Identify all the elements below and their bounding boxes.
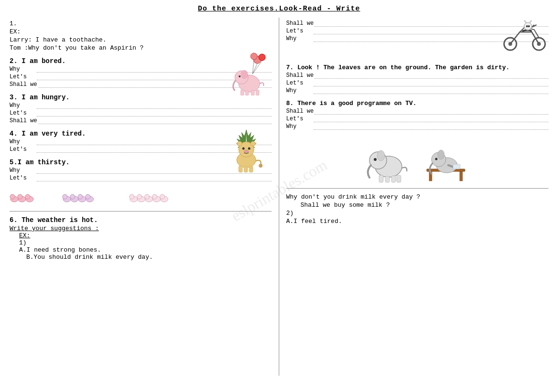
ex8-shall-line: Shall we	[286, 108, 549, 115]
ex3-lets-line: Let's	[10, 110, 272, 117]
elephant-desk-img	[422, 136, 470, 183]
ex7-lets-line: Let's	[286, 80, 549, 86]
svg-point-48	[152, 194, 157, 199]
ex4-why-label: Why	[10, 138, 36, 145]
ex7-lets-dots	[314, 80, 549, 86]
exercise-4: 4. I am very tired. Why Let's	[10, 130, 272, 153]
ex2-lets-label: Let's	[10, 74, 36, 80]
elephant-balloon-img	[231, 53, 269, 97]
svg-point-8	[241, 70, 248, 79]
page-wrapper: eslprintables.com Do the exercises.Look-…	[10, 5, 548, 376]
ex3-why-line: Why	[10, 102, 272, 109]
svg-point-57	[528, 25, 530, 27]
svg-point-42	[129, 194, 134, 199]
svg-rect-73	[453, 164, 460, 169]
svg-point-18	[242, 148, 244, 150]
ex7-shall-line: Shall we	[286, 72, 549, 79]
svg-point-9	[239, 75, 241, 77]
right-images	[286, 136, 549, 183]
ex2-why-label: Why	[10, 66, 36, 73]
svg-point-60	[377, 150, 385, 161]
ex8-why-line: Why	[286, 123, 549, 130]
ex8-title: 8. There is a good programme on TV.	[286, 100, 549, 107]
r1-shall-label: Shall we	[286, 20, 314, 27]
svg-point-28	[10, 194, 15, 199]
svg-point-56	[526, 25, 528, 27]
ex5-lets-dots	[37, 175, 272, 181]
ex3-lets-label: Let's	[10, 110, 36, 117]
ex8-why-dots	[314, 123, 549, 130]
svg-point-38	[78, 194, 83, 199]
svg-point-2	[251, 53, 257, 60]
svg-point-71	[438, 150, 444, 159]
svg-point-1	[259, 54, 265, 61]
ex5-why-dots	[37, 167, 272, 174]
svg-point-22	[251, 141, 255, 146]
r1-why-label: Why	[286, 35, 313, 42]
svg-point-46	[145, 194, 149, 199]
svg-point-30	[18, 194, 22, 199]
r2-why-q: Why don't you drink milk every day ?	[286, 193, 549, 201]
ex8-shall-label: Shall we	[286, 108, 314, 115]
ex7-why-line: Why	[286, 87, 549, 94]
ex7-title: 7. Look ! The leaves are on the ground. …	[286, 64, 549, 71]
motorcycle-img	[503, 18, 546, 53]
svg-point-40	[85, 194, 90, 199]
ex1-label: 1.	[10, 20, 272, 27]
ex7-lets-label: Let's	[286, 80, 313, 86]
svg-point-20	[244, 150, 249, 153]
ex3-why-dots	[37, 102, 272, 109]
svg-point-21	[237, 141, 242, 146]
right-bottom: Why don't you drink milk every day ? Sha…	[286, 193, 549, 225]
r2-a: A.I feel tired.	[286, 218, 549, 225]
ex8-why-label: Why	[286, 123, 313, 130]
ex5-why-label: Why	[10, 167, 36, 174]
svg-rect-63	[385, 176, 390, 182]
ex6-title: 6. The weather is hot.	[10, 216, 272, 224]
ex2-shall-label: Shall we	[10, 81, 37, 88]
r2-shall-q: Shall we buy some milk ?	[301, 201, 549, 209]
exercise-7: 7. Look ! The leaves are on the ground. …	[286, 64, 549, 94]
svg-rect-68	[460, 171, 463, 181]
ex5-lets-line: Let's	[10, 175, 272, 181]
svg-rect-62	[379, 175, 383, 182]
elephant-walk-img	[365, 136, 412, 183]
svg-point-34	[63, 194, 67, 199]
ex7-why-dots	[314, 87, 549, 94]
ex6-a: A.I need strong bones.	[19, 246, 272, 254]
left-column: 1. EX: Larry: I have a toothache. Tom :W…	[10, 18, 279, 376]
ex8-lets-label: Let's	[286, 116, 313, 122]
ex7-shall-label: Shall we	[286, 72, 314, 79]
divider-left	[10, 211, 272, 212]
ex5-title: 5.I am thirsty.	[10, 159, 272, 166]
svg-line-3	[253, 64, 257, 74]
main-layout: 1. EX: Larry: I have a toothache. Tom :W…	[10, 18, 548, 376]
ex4-lets-label: Let's	[10, 146, 36, 153]
svg-point-19	[248, 148, 250, 150]
right-section-1: Shall we Let's Why	[286, 20, 549, 58]
ex7-why-label: Why	[286, 87, 313, 94]
ex3-shall-line: Shall we	[10, 117, 272, 124]
ex6-1: 1)	[19, 239, 272, 246]
ex8-shall-dots	[315, 108, 548, 115]
ex1-line1: Larry: I have a toothache.	[10, 36, 272, 43]
svg-point-61	[374, 158, 377, 161]
exercise-2: 2. I am bored. Why Let's Shall we	[10, 57, 272, 88]
ex3-title: 3. I am hungry.	[10, 94, 272, 101]
svg-point-50	[160, 194, 165, 199]
animal-row	[10, 187, 272, 206]
exercise-1: 1. EX: Larry: I have a toothache. Tom :W…	[10, 20, 272, 52]
exercise-8: 8. There is a good programme on TV. Shal…	[286, 100, 549, 130]
exercise-3: 3. I am hungry. Why Let's Shall we	[10, 94, 272, 124]
ex1-sub: EX:	[10, 28, 272, 35]
pig-row-3	[129, 189, 200, 205]
svg-point-32	[25, 194, 30, 199]
ex3-lets-dots	[37, 110, 272, 117]
r1-lets-label: Let's	[286, 28, 313, 34]
ex6-ex: EX:	[19, 232, 272, 239]
exercise-6: 6. The weather is hot. Write your sugges…	[10, 216, 272, 261]
svg-point-36	[70, 194, 75, 199]
page-title: Do the exercises.Look-Read - Write	[10, 5, 548, 13]
ex8-lets-dots	[314, 116, 549, 122]
exercise-5: 5.I am thirsty. Why Let's	[10, 159, 272, 181]
